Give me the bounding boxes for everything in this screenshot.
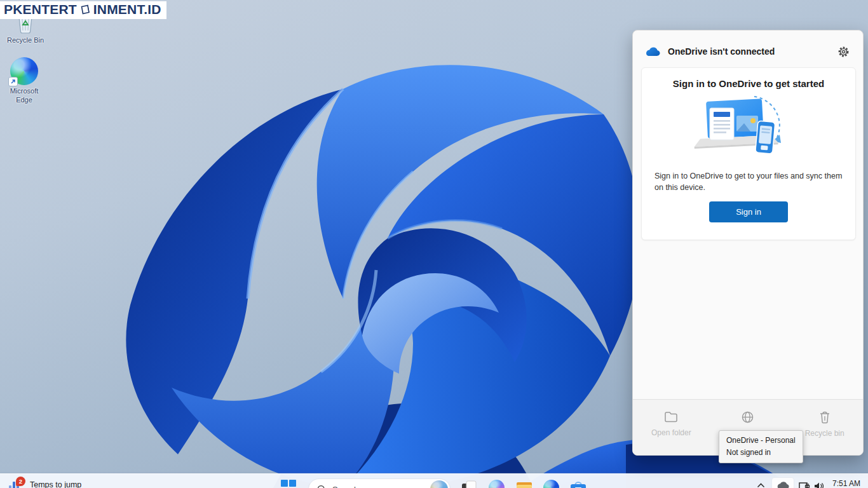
hidden-icons-button[interactable] (754, 478, 768, 488)
signin-card: Sign in to OneDrive to get started (641, 67, 856, 240)
file-explorer-button[interactable] (516, 480, 532, 488)
globe-icon (741, 410, 754, 424)
desktop-icon-label: Recycle Bin (7, 36, 44, 45)
desktop-icon-label: Microsoft Edge (4, 87, 44, 105)
clock[interactable]: 7:51 AM (829, 479, 864, 488)
search-highlight-icon[interactable] (430, 480, 448, 488)
onedrive-tray-button[interactable] (772, 478, 794, 488)
widget-chart-icon: 2 (9, 478, 24, 488)
network-volume-button[interactable] (798, 478, 824, 488)
edge-taskbar-icon (543, 480, 559, 488)
volume-icon (813, 481, 824, 488)
flyout-title: OneDrive isn't connected (668, 46, 828, 57)
windows-logo-icon (281, 480, 288, 487)
watermark: PKENTERT INMENT.ID (0, 1, 166, 19)
cloud-tray-icon (776, 480, 790, 488)
gear-icon (837, 46, 850, 58)
settings-button[interactable] (835, 43, 851, 60)
widgets-button[interactable]: 2 Temps to jump (5, 476, 85, 488)
taskbar: 2 Temps to jump Search (0, 473, 868, 488)
signin-description: Sign in to OneDrive to get to your files… (654, 170, 843, 193)
widget-badge: 2 (16, 477, 25, 486)
flyout-header: OneDrive isn't connected (633, 30, 863, 67)
onedrive-tooltip: OneDrive - Personal Not signed in (719, 430, 803, 463)
search-box[interactable]: Search (308, 478, 451, 488)
copilot-button[interactable] (489, 480, 505, 488)
edge-taskbar-button[interactable] (543, 480, 560, 488)
recycle-bin-label: Recycle bin (805, 429, 844, 438)
folder-icon (664, 410, 678, 423)
tooltip-title: OneDrive - Personal (726, 435, 796, 447)
onedrive-cloud-icon (644, 46, 661, 57)
system-tray: 7:51 AM (754, 474, 864, 488)
watermark-suffix: INMENT.ID (93, 2, 161, 17)
open-folder-button[interactable]: Open folder (639, 410, 703, 437)
edge-desktop-icon (10, 57, 38, 85)
copilot-icon (489, 480, 505, 488)
shortcut-arrow-badge (8, 77, 18, 86)
search-placeholder: Search (332, 485, 358, 488)
shortcut-arrow-icon (10, 79, 16, 85)
search-icon (317, 485, 327, 488)
view-online-button[interactable] (716, 410, 780, 424)
chevron-up-icon (757, 483, 765, 488)
start-button[interactable] (281, 480, 297, 488)
task-view-button[interactable] (461, 480, 478, 488)
widget-label: Temps to jump (30, 480, 81, 488)
store-button[interactable] (571, 480, 587, 488)
signin-button[interactable]: Sign in (709, 201, 788, 222)
task-view-icon (461, 480, 477, 488)
trash-icon (818, 410, 831, 424)
signin-heading: Sign in to OneDrive to get started (648, 78, 849, 89)
onedrive-flyout: OneDrive isn't connected Sign in to OneD… (632, 30, 864, 456)
watermark-prefix: PKENTERT (4, 2, 77, 17)
open-folder-label: Open folder (651, 428, 691, 437)
onedrive-illustration (688, 92, 809, 166)
store-icon (571, 482, 586, 488)
edge-shortcut[interactable]: Microsoft Edge (0, 57, 48, 105)
clock-time: 7:51 AM (832, 479, 860, 488)
watermark-logo-icon (79, 4, 91, 15)
network-icon (798, 481, 810, 488)
tooltip-status: Not signed in (726, 447, 796, 459)
